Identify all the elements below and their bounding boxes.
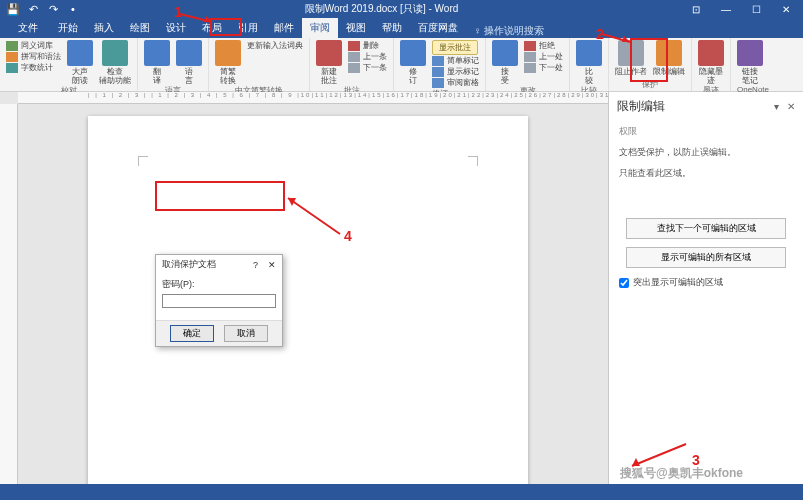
qat-more-icon[interactable]: • <box>66 2 80 16</box>
annotation-num-4: 4 <box>344 228 352 244</box>
pane-title: 限制编辑 <box>617 98 665 115</box>
linked-notes-button[interactable]: 链接 笔记 <box>737 40 763 85</box>
group-comments: 新建 批注 删除 上一条 下一条 批注 <box>310 38 394 91</box>
find-next-region-button[interactable]: 查找下一个可编辑的区域 <box>626 218 786 239</box>
watermark: 搜狐号@奥凯丰okfone <box>620 465 743 482</box>
redo-icon[interactable]: ↷ <box>46 2 60 16</box>
window-controls: ⊡ — ☐ ✕ <box>683 2 803 16</box>
accept-button[interactable]: 接 受 <box>492 40 518 85</box>
restrict-editing-pane: 限制编辑 ▾✕ 权限 文档受保护，以防止误编辑。 只能查看此区域。 查找下一个可… <box>608 92 803 484</box>
tab-view[interactable]: 视图 <box>338 18 374 38</box>
show-all-regions-button[interactable]: 显示可编辑的所有区域 <box>626 247 786 268</box>
ribbon-tabs: 文件 开始 插入 绘图 设计 布局 引用 邮件 审阅 视图 帮助 百度网盘 ♀ … <box>0 18 803 38</box>
group-protect: 阻止作者 限制编辑 保护 <box>609 38 692 91</box>
tab-references[interactable]: 引用 <box>230 18 266 38</box>
save-icon[interactable]: 💾 <box>6 2 20 16</box>
unprotect-dialog: 取消保护文档 ?✕ 密码(P): 确定 取消 <box>155 254 283 347</box>
tab-draw[interactable]: 绘图 <box>122 18 158 38</box>
track-changes-button[interactable]: 修 订 <box>400 40 426 85</box>
ribbon: 同义词库 拼写和语法 字数统计 大声 朗读 检查 辅助功能 校对 翻 译 语 言… <box>0 38 803 92</box>
document-title: 限制Word 2019.docx [只读] - Word <box>80 2 683 16</box>
read-aloud-button[interactable]: 大声 朗读 <box>67 40 93 85</box>
ok-button[interactable]: 确定 <box>170 325 214 342</box>
wordcount-button[interactable]: 字数统计 <box>6 62 61 73</box>
group-label-protect: 保护 <box>615 79 685 91</box>
password-label: 密码(P): <box>162 278 276 291</box>
hide-ink-button[interactable]: 隐藏墨 迹 <box>698 40 724 85</box>
compare-button[interactable]: 比 较 <box>576 40 602 85</box>
update-ime-button[interactable]: 更新输入法词典 <box>247 40 303 51</box>
pane-dropdown-icon[interactable]: ▾ <box>774 101 779 112</box>
tab-file[interactable]: 文件 <box>6 18 50 38</box>
vertical-ruler[interactable] <box>0 104 18 484</box>
restrict-editing-button[interactable]: 限制编辑 <box>653 40 685 76</box>
group-chinese: 简繁 转换 更新输入法词典 中文简繁转换 <box>209 38 310 91</box>
group-compare: 比 较 比较 <box>570 38 609 91</box>
tab-design[interactable]: 设计 <box>158 18 194 38</box>
horizontal-ruler[interactable]: | | 1 | 2 | 3 | | 1 | 2 | 3 | 4 | 5 | 6 … <box>18 92 608 104</box>
tab-insert[interactable]: 插入 <box>86 18 122 38</box>
undo-icon[interactable]: ↶ <box>26 2 40 16</box>
tab-home[interactable]: 开始 <box>50 18 86 38</box>
content-area: | | 1 | 2 | 3 | | 1 | 2 | 3 | 4 | 5 | 6 … <box>0 92 803 484</box>
tab-mailings[interactable]: 邮件 <box>266 18 302 38</box>
show-markup-button[interactable]: 显示标记 <box>432 66 479 77</box>
dialog-title: 取消保护文档 <box>162 258 216 271</box>
close-icon[interactable]: ✕ <box>773 2 799 16</box>
maximize-icon[interactable]: ☐ <box>743 2 769 16</box>
spelling-button[interactable]: 拼写和语法 <box>6 51 61 62</box>
quick-access-toolbar: 💾 ↶ ↷ • <box>0 2 80 16</box>
document-page[interactable] <box>88 116 528 496</box>
block-authors-button[interactable]: 阻止作者 <box>615 40 647 76</box>
margin-corner-tr <box>468 156 478 166</box>
new-comment-button[interactable]: 新建 批注 <box>316 40 342 85</box>
highlight-regions-checkbox[interactable]: 突出显示可编辑的区域 <box>609 272 803 293</box>
tell-me-search[interactable]: ♀ 操作说明搜索 <box>474 24 544 38</box>
document-area: | | 1 | 2 | 3 | | 1 | 2 | 3 | 4 | 5 | 6 … <box>0 92 608 484</box>
prev-change-button[interactable]: 上一处 <box>524 51 563 62</box>
annotation-num-1: 1 <box>174 4 182 20</box>
next-comment-button[interactable]: 下一条 <box>348 62 387 73</box>
next-change-button[interactable]: 下一处 <box>524 62 563 73</box>
group-onenote: 链接 笔记 OneNote <box>731 38 775 91</box>
dialog-help-icon[interactable]: ? <box>253 260 258 270</box>
annotation-num-2: 2 <box>596 26 604 42</box>
group-changes: 接 受 拒绝 上一处 下一处 更改 <box>486 38 570 91</box>
markup-select[interactable]: 显示批注 <box>432 40 479 55</box>
tab-layout[interactable]: 布局 <box>194 18 230 38</box>
group-language: 翻 译 语 言 语言 <box>138 38 209 91</box>
group-tracking: 修 订 显示批注 简单标记 显示标记 审阅窗格 修订 <box>394 38 486 91</box>
language-button[interactable]: 语 言 <box>176 40 202 85</box>
accessibility-check-button[interactable]: 检查 辅助功能 <box>99 40 131 85</box>
prev-comment-button[interactable]: 上一条 <box>348 51 387 62</box>
thesaurus-button[interactable]: 同义词库 <box>6 40 61 51</box>
password-input[interactable] <box>162 294 276 308</box>
group-proofing: 同义词库 拼写和语法 字数统计 大声 朗读 检查 辅助功能 校对 <box>0 38 138 91</box>
minimize-icon[interactable]: — <box>713 2 739 16</box>
pane-info-2: 只能查看此区域。 <box>609 163 803 184</box>
pane-info-1: 文档受保护，以防止误编辑。 <box>609 142 803 163</box>
tab-help[interactable]: 帮助 <box>374 18 410 38</box>
annotation-num-3: 3 <box>692 452 700 468</box>
markup-dropdown[interactable]: 简单标记 <box>432 55 479 66</box>
reviewing-pane-button[interactable]: 审阅窗格 <box>432 77 479 88</box>
reject-button[interactable]: 拒绝 <box>524 40 563 51</box>
title-bar: 💾 ↶ ↷ • 限制Word 2019.docx [只读] - Word ⊡ —… <box>0 0 803 18</box>
pane-section-title: 权限 <box>609 121 803 142</box>
dialog-close-icon[interactable]: ✕ <box>268 260 276 270</box>
tab-baidu[interactable]: 百度网盘 <box>410 18 466 38</box>
status-bar <box>0 484 803 500</box>
margin-corner-tl <box>138 156 148 166</box>
group-ink: 隐藏墨 迹 墨迹 <box>692 38 731 91</box>
ribbon-options-icon[interactable]: ⊡ <box>683 2 709 16</box>
delete-comment-button[interactable]: 删除 <box>348 40 387 51</box>
tab-review[interactable]: 审阅 <box>302 18 338 38</box>
translate-button[interactable]: 翻 译 <box>144 40 170 85</box>
pane-close-icon[interactable]: ✕ <box>787 101 795 112</box>
chinese-convert-button[interactable]: 简繁 转换 <box>215 40 241 85</box>
cancel-button[interactable]: 取消 <box>224 325 268 342</box>
